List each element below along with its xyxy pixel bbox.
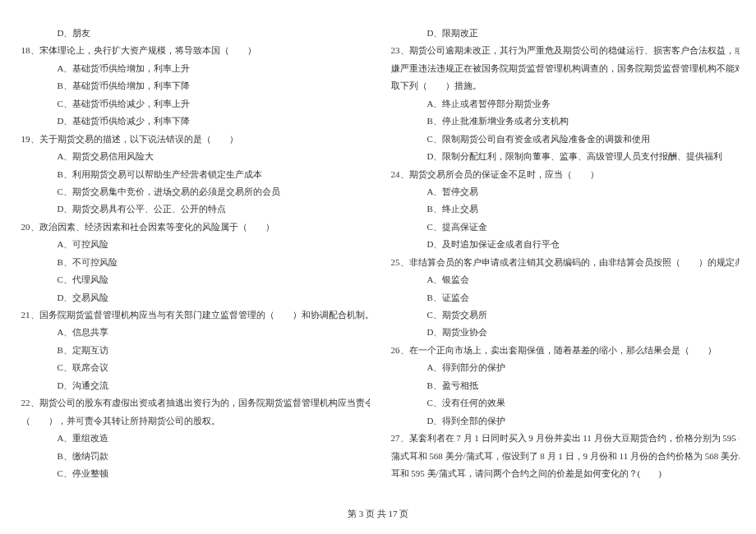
q19-option-a: A、期货交易信用风险大 <box>16 148 370 165</box>
q27-stem-line3: 耳和 595 美/蒲式耳，请问两个合约之间的价差是如何变化的？( ) <box>386 465 740 482</box>
exam-page: D、朋友 18、宋体理论上，央行扩大资产规模，将导致本国（ ） A、基础货币供给… <box>0 0 756 482</box>
q22-stem-line1: 22、期货公司的股东有虚假出资或者抽逃出资行为的，国务院期货监督管理机构应当责令… <box>16 394 370 412</box>
q18-stem: 18、宋体理论上，央行扩大资产规模，将导致本国（ ） <box>16 42 370 59</box>
q24-option-d: D、及时追加保证金或者自行平仓 <box>386 236 740 253</box>
q25-stem: 25、非结算会员的客户申请或者注销其交易编码的，由非结算会员按照（ ）的规定办理… <box>386 254 740 271</box>
q23-option-d: D、限制分配红利，限制向董事、监事、高级管理人员支付报酬、提供福利 <box>386 148 740 165</box>
left-column: D、朋友 18、宋体理论上，央行扩大资产规模，将导致本国（ ） A、基础货币供给… <box>16 25 370 482</box>
q27-stem-line1: 27、某套利者在 7 月 1 日同时买入 9 月份并卖出 11 月份大豆期货合约… <box>386 430 740 447</box>
q23-option-a: A、终止或者暂停部分期货业务 <box>386 95 740 113</box>
q22-option-c: C、停业整顿 <box>16 465 370 482</box>
q18-option-c: C、基础货币供给减少，利率上升 <box>16 95 370 113</box>
q20-option-c: C、代理风险 <box>16 271 370 288</box>
q26-option-c: C、没有任何的效果 <box>386 394 740 412</box>
q22-option-d: D、限期改正 <box>386 25 740 42</box>
q21-option-c: C、联席会议 <box>16 359 370 376</box>
q24-stem: 24、期货交易所会员的保证金不足时，应当（ ） <box>386 166 740 183</box>
q18-option-a: A、基础货币供给增加，利率上升 <box>16 60 370 77</box>
q19-option-d: D、期货交易具有公平、公正、公开的特点 <box>16 200 370 218</box>
q22-option-b: B、缴纳罚款 <box>16 448 370 465</box>
q22-option-a: A、重组改造 <box>16 430 370 447</box>
q25-option-a: A、银监会 <box>386 271 740 288</box>
right-column: D、限期改正 23、期货公司逾期未改正，其行为严重危及期货公司的稳健运行、损害客… <box>386 25 740 482</box>
q19-stem: 19、关于期货交易的描述，以下说法错误的是（ ） <box>16 131 370 148</box>
q21-option-d: D、沟通交流 <box>16 377 370 394</box>
q23-option-c: C、限制期货公司自有资金或者风险准备金的调拨和使用 <box>386 131 740 148</box>
q18-option-b: B、基础货币供给增加，利率下降 <box>16 77 370 94</box>
q20-option-d: D、交易风险 <box>16 289 370 306</box>
q24-option-c: C、提高保证金 <box>386 219 740 236</box>
q20-stem: 20、政治因素、经济因素和社会因素等变化的风险属于（ ） <box>16 219 370 236</box>
q18-option-d: D、基础货币供给减少，利率下降 <box>16 113 370 130</box>
q23-stem-line3: 取下列（ ）措施。 <box>386 77 740 94</box>
q26-option-b: B、盈亏相抵 <box>386 377 740 394</box>
q20-option-b: B、不可控风险 <box>16 254 370 271</box>
q23-option-b: B、停止批准新增业务或者分支机构 <box>386 113 740 130</box>
q22-stem-line2: （ ），并可责令其转让所持期货公司的股权。 <box>16 412 370 430</box>
q26-option-d: D、得到全部的保护 <box>386 412 740 430</box>
q24-option-b: B、终止交易 <box>386 200 740 218</box>
page-footer: 第 3 页 共 17 页 <box>0 505 756 522</box>
q25-option-b: B、证监会 <box>386 289 740 306</box>
q25-option-c: C、期货交易所 <box>386 306 740 324</box>
q19-option-b: B、利用期货交易可以帮助生产经营者锁定生产成本 <box>16 166 370 183</box>
q17-option-d: D、朋友 <box>16 25 370 42</box>
q19-option-c: C、期货交易集中竞价，进场交易的必须是交易所的会员 <box>16 183 370 200</box>
q27-stem-line2: 蒲式耳和 568 美分/蒲式耳，假设到了 8 月 1 日，9 月份和 11 月份… <box>386 448 740 465</box>
q21-stem: 21、国务院期货监督管理机构应当与有关部门建立监督管理的（ ）和协调配合机制。 <box>16 306 370 324</box>
q21-option-b: B、定期互访 <box>16 342 370 359</box>
q20-option-a: A、可控风险 <box>16 236 370 253</box>
q24-option-a: A、暂停交易 <box>386 183 740 200</box>
q23-stem-line2: 嫌严重违法违规正在被国务院期货监督管理机构调查的，国务院期货监督管理机构不能对其… <box>386 60 740 77</box>
q23-stem-line1: 23、期货公司逾期未改正，其行为严重危及期货公司的稳健运行、损害客户合法权益，或… <box>386 42 740 59</box>
q26-stem: 26、在一个正向市场上，卖出套期保值，随着基差的缩小，那么结果会是（ ） <box>386 342 740 359</box>
q26-option-a: A、得到部分的保护 <box>386 359 740 376</box>
q25-option-d: D、期货业协会 <box>386 324 740 341</box>
q21-option-a: A、信息共享 <box>16 324 370 341</box>
